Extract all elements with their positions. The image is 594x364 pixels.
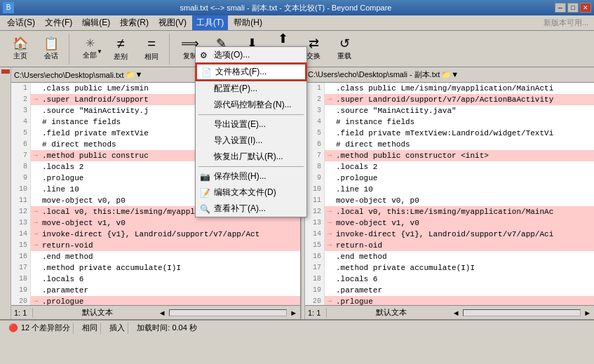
swap-icon: ⇄ (309, 37, 319, 50)
toolbar-all-label: 全部 (83, 50, 97, 60)
line-text: .end method (335, 251, 387, 262)
right-position: 1: 1 (308, 309, 320, 317)
options-label: 选项(O)... (214, 49, 250, 61)
line-text: .parameter (41, 285, 88, 296)
toolbar-home-button[interactable]: 🏠 主页 (6, 34, 35, 64)
table-row: 18.locals 6 (11, 274, 300, 285)
change-map (0, 67, 11, 319)
menu-item-snapshot[interactable]: 📷 保存快照(H)... (196, 168, 306, 184)
close-button[interactable]: ✕ (580, 3, 591, 13)
left-scroll-left[interactable]: ◄ (158, 309, 166, 317)
line-text: .line 10 (41, 184, 79, 195)
menu-item-config[interactable]: 配置栏(P)... (196, 81, 306, 97)
toolbar-diff-button[interactable]: ≠ 差别 (106, 34, 135, 64)
right-scroll-right[interactable]: ► (583, 309, 591, 317)
table-row: 9.prologue (305, 173, 594, 184)
line-text: return-oid (335, 240, 382, 251)
menu-new-version: 新版本可用... (544, 18, 591, 28)
toolbar-same-label: 相同 (144, 52, 158, 62)
menu-search[interactable]: 搜索(R) (116, 15, 153, 30)
table-row: 15→return-oid (305, 240, 594, 251)
line-text: .super Landroid/support/v7/app/ActionBaA… (335, 94, 553, 105)
title-bar: B smali.txt <--> smali - 副本.txt - 文本比较(T… (0, 0, 594, 15)
right-horizontal-scrollbar[interactable] (463, 309, 581, 316)
config-label: 配置栏(P)... (214, 83, 257, 95)
line-text: # direct methods (335, 139, 410, 150)
line-number: 7 (11, 150, 31, 161)
minimize-button[interactable]: ─ (555, 3, 566, 13)
left-position: 1: 1 (14, 309, 27, 317)
table-row: 16.end method (305, 251, 594, 262)
menu-item-edittext[interactable]: 📝 编辑文本文件(D) (196, 184, 306, 201)
menu-item-patch[interactable]: 🔍 查看补丁(A)... (196, 201, 306, 217)
right-pane-bottom: 1: 1 默认文本 ◄ ► (305, 305, 594, 319)
right-pane-content[interactable]: 1.class public Lme/isming/myapplication/… (305, 83, 594, 305)
table-row: 6# direct methods (305, 139, 594, 150)
diff-count-text: 12 个差异部分 (21, 323, 70, 333)
patch-label: 查看补丁(A)... (214, 203, 266, 215)
left-folder-icon[interactable]: 📁▼ (126, 70, 143, 79)
line-text: .prologue (41, 173, 83, 184)
menu-item-reset[interactable]: 恢复出厂默认(R)... (196, 149, 306, 165)
toolbar-same-button[interactable]: = 相同 (137, 34, 166, 64)
line-number: 15 (11, 240, 31, 251)
menu-edit[interactable]: 编辑(E) (78, 15, 114, 30)
table-row: 18.locals 6 (305, 274, 594, 285)
line-number: 2 (11, 94, 31, 105)
left-scroll-right[interactable]: ► (290, 309, 297, 317)
line-indicator: → (325, 296, 335, 305)
line-indicator: → (325, 240, 335, 251)
line-text: .locals 2 (335, 161, 377, 173)
toolbar-session-button[interactable]: 📋 会话 (36, 34, 66, 64)
table-row: 19.parameter (11, 285, 300, 296)
toolbar-all-button[interactable]: ✳ 全部 ▼ (75, 34, 104, 64)
line-number: 8 (305, 161, 325, 173)
table-row: 7→.method public constructor <init> (305, 150, 594, 161)
menu-help[interactable]: 帮助(H) (229, 15, 266, 30)
same-icon: = (147, 36, 156, 50)
menu-separator-2 (198, 166, 304, 167)
right-mode: 默认文本 (332, 307, 449, 318)
menu-view[interactable]: 视图(V) (154, 15, 191, 30)
table-row: 19.parameter (305, 285, 594, 296)
line-text: .super Landroid/support (41, 94, 149, 105)
maximize-button[interactable]: □ (567, 3, 579, 13)
toolbar-reload-button[interactable]: ↺ 重载 (330, 34, 359, 64)
line-text: .locals 6 (41, 274, 83, 285)
source-label: 源代码控制整合(N)... (214, 99, 292, 111)
status-bar: 🔴 12 个差异部分 相同 插入 加载时间: 0.04 秒 (0, 320, 594, 335)
table-row: 2→.super Landroid/support/v7/app/ActionB… (305, 94, 594, 105)
line-number: 11 (305, 195, 325, 206)
tools-dropdown: ⚙ 选项(O)... 📄 文件格式(F)... 配置栏(P)... 源代码控制整… (195, 46, 307, 217)
line-number: 9 (11, 173, 31, 184)
table-row: 1.class public Lme/isming/myapplication/… (305, 83, 594, 94)
line-text: .prologue (41, 296, 83, 305)
title-buttons: ─ □ ✕ (555, 3, 591, 13)
table-row: 8.locals 2 (305, 161, 594, 173)
edittext-label: 编辑文本文件(D) (214, 187, 276, 198)
right-folder-icon[interactable]: 📁▼ (441, 70, 459, 79)
menu-session[interactable]: 会话(S) (3, 15, 39, 30)
patch-icon: 🔍 (200, 204, 210, 214)
right-scroll-left[interactable]: ◄ (452, 309, 460, 317)
status-diff-count: 🔴 12 个差异部分 (6, 323, 74, 334)
line-number: 15 (305, 240, 325, 251)
toolbar-swap-label: 交换 (306, 51, 320, 61)
line-text: .local v0, this:Lme/isming/myapplication… (335, 206, 553, 217)
line-text: .line 10 (335, 184, 373, 195)
menu-item-source[interactable]: 源代码控制整合(N)... (196, 97, 306, 113)
line-indicator: → (325, 94, 335, 105)
table-row: 20→.prologue (11, 296, 300, 305)
line-number: 5 (11, 128, 31, 139)
menu-item-export[interactable]: 导出设置(E)... (196, 116, 306, 133)
menu-item-options[interactable]: ⚙ 选项(O)... (196, 47, 306, 63)
line-number: 12 (11, 206, 31, 217)
line-number: 3 (11, 105, 31, 116)
same-text: 相同 (82, 323, 97, 333)
left-horizontal-scrollbar[interactable] (169, 309, 287, 316)
menu-tools[interactable]: 工具(T) (192, 15, 228, 30)
menu-file[interactable]: 文件(F) (41, 15, 76, 30)
table-row: 15→return-void (11, 240, 300, 251)
menu-item-fileformat[interactable]: 📄 文件格式(F)... (196, 63, 306, 81)
menu-item-import[interactable]: 导入设置(I)... (196, 133, 306, 149)
